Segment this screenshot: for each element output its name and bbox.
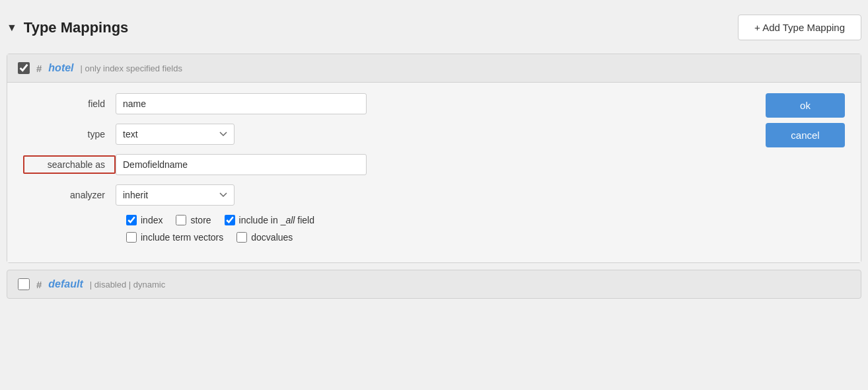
default-hash-icon: # [36,279,42,290]
add-type-mapping-button[interactable]: + Add Type Mapping [738,15,861,40]
field-row: field [23,93,752,114]
store-checkbox-item[interactable]: store [176,215,211,225]
docvalues-checkbox[interactable] [236,232,247,243]
searchable-as-label: searchable as [23,155,116,174]
term-vectors-label: include term vectors [141,232,223,243]
index-checkbox[interactable] [126,215,137,225]
store-checkbox[interactable] [176,215,186,225]
include-all-checkbox[interactable] [225,215,235,225]
docvalues-checkbox-item[interactable]: docvalues [236,232,293,243]
default-mapping-name: default [48,278,83,290]
hotel-mapping-name: hotel [48,62,73,74]
checkboxes-row-1: index store include in _all field [126,215,752,225]
type-label: type [23,129,116,139]
analyzer-label: analyzer [23,190,116,200]
form-fields: field type text keyword integer float bo… [23,93,752,249]
index-checkbox-item[interactable]: index [126,215,163,225]
type-row: type text keyword integer float boolean … [23,124,752,145]
header-left: ▼ Type Mappings [7,19,128,36]
hash-icon: # [36,63,42,74]
term-vectors-checkbox-item[interactable]: include term vectors [126,232,223,243]
field-label: field [23,98,116,109]
hotel-mapping-body: field type text keyword integer float bo… [7,82,861,262]
form-body-inner: field type text keyword integer float bo… [23,93,845,249]
analyzer-row: analyzer inherit standard english simple [23,184,752,206]
index-label: index [141,215,163,225]
hotel-mapping-description: | only index specified fields [81,63,182,73]
term-vectors-checkbox[interactable] [126,232,137,243]
store-label: store [190,215,211,225]
include-all-checkbox-item[interactable]: include in _all field [225,215,314,225]
section-title: Type Mappings [24,19,129,36]
hotel-mapping-card: # hotel | only index specified fields fi… [7,54,861,263]
cancel-button[interactable]: cancel [766,123,845,147]
include-all-label: include in _all field [239,215,314,225]
analyzer-select[interactable]: inherit standard english simple [116,184,235,206]
default-mapping-header: # default | disabled | dynamic [7,270,861,298]
checkboxes-row-2: include term vectors docvalues [126,232,752,243]
docvalues-label: docvalues [251,232,293,243]
default-mapping-description: | disabled | dynamic [90,280,165,290]
form-actions: ok cancel [752,93,845,249]
field-input[interactable] [116,93,367,114]
ok-button[interactable]: ok [766,93,845,118]
default-mapping-checkbox[interactable] [18,278,30,290]
searchable-as-input[interactable] [116,154,367,175]
hotel-mapping-header: # hotel | only index specified fields [7,54,861,82]
searchable-as-row: searchable as [23,154,752,175]
collapse-arrow-icon[interactable]: ▼ [7,22,17,34]
hotel-mapping-checkbox[interactable] [18,62,30,74]
page-container: ▼ Type Mappings + Add Type Mapping # hot… [7,7,861,383]
header-row: ▼ Type Mappings + Add Type Mapping [7,7,861,48]
default-mapping-card: # default | disabled | dynamic [7,270,861,299]
type-select[interactable]: text keyword integer float boolean date [116,124,235,145]
